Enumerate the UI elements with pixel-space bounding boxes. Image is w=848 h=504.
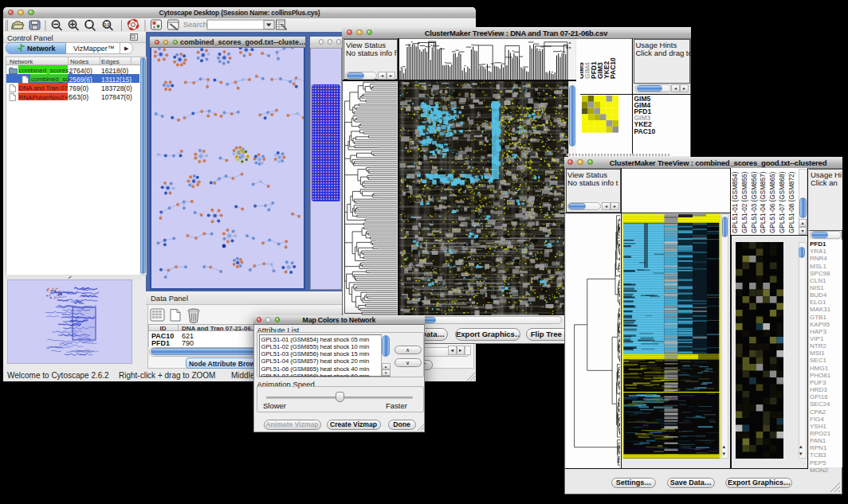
svg-text:SEC1: SEC1 bbox=[810, 357, 826, 364]
svg-text:NTR2: NTR2 bbox=[810, 342, 826, 350]
svg-text:GPL51-06 (GSM865): GPL51-06 (GSM865) bbox=[769, 171, 776, 233]
svg-text:RNR4: RNR4 bbox=[810, 255, 827, 262]
svg-text:GPL51-01 (GSM854): GPL51-01 (GSM854) bbox=[732, 171, 739, 233]
svg-text:FIG4: FIG4 bbox=[810, 416, 824, 423]
svg-text:GPI16: GPI16 bbox=[810, 393, 828, 400]
svg-text:RPN1: RPN1 bbox=[810, 444, 827, 451]
svg-text:ELG1: ELG1 bbox=[810, 299, 826, 306]
svg-text:GPL51-02 (GSM855): GPL51-02 (GSM855) bbox=[741, 171, 748, 233]
svg-text:MSL1: MSL1 bbox=[810, 263, 826, 270]
svg-text:GPL51-03 (GSM856): GPL51-03 (GSM856) bbox=[751, 171, 758, 233]
svg-text:KAP95: KAP95 bbox=[810, 321, 830, 328]
svg-text:NIS1: NIS1 bbox=[810, 284, 824, 291]
svg-text:YRA1: YRA1 bbox=[810, 248, 826, 255]
svg-text:CLN1: CLN1 bbox=[810, 277, 826, 284]
svg-text:GPL51-04 (GSM857): GPL51-04 (GSM857) bbox=[760, 171, 767, 233]
svg-text:MON2: MON2 bbox=[810, 467, 829, 474]
svg-text:MSI1: MSI1 bbox=[810, 350, 825, 357]
svg-text:CPA2: CPA2 bbox=[810, 408, 826, 416]
svg-text:GPL51-08 (GSM872): GPL51-08 (GSM872) bbox=[788, 171, 795, 233]
svg-text:YSH1: YSH1 bbox=[810, 423, 826, 430]
svg-text:HAP3: HAP3 bbox=[810, 328, 826, 335]
svg-text:TCB3: TCB3 bbox=[810, 451, 826, 459]
svg-text:GTB1: GTB1 bbox=[810, 314, 826, 321]
svg-text:BUD4: BUD4 bbox=[810, 291, 827, 299]
svg-text:HRD3: HRD3 bbox=[810, 386, 827, 393]
svg-text:PFD1: PFD1 bbox=[810, 240, 826, 248]
svg-text:PUF3: PUF3 bbox=[810, 379, 826, 386]
svg-text:VIP1: VIP1 bbox=[810, 335, 824, 342]
svg-text:PAN1: PAN1 bbox=[810, 437, 826, 444]
svg-text:PAC10: PAC10 bbox=[609, 57, 617, 78]
svg-text:PHO81: PHO81 bbox=[810, 372, 831, 379]
svg-text:SPC98: SPC98 bbox=[810, 270, 830, 277]
svg-text:RPO21: RPO21 bbox=[810, 430, 831, 437]
svg-text:Search:: Search: bbox=[183, 19, 210, 28]
svg-text:PEP5: PEP5 bbox=[810, 459, 826, 467]
svg-text:MAK31: MAK31 bbox=[810, 306, 831, 313]
svg-text:HMG1: HMG1 bbox=[810, 365, 829, 372]
svg-text:GPL51-07 (GSM868): GPL51-07 (GSM868) bbox=[779, 171, 786, 233]
svg-text:SEC24: SEC24 bbox=[810, 400, 830, 408]
svg-text:1:1: 1:1 bbox=[104, 21, 109, 26]
